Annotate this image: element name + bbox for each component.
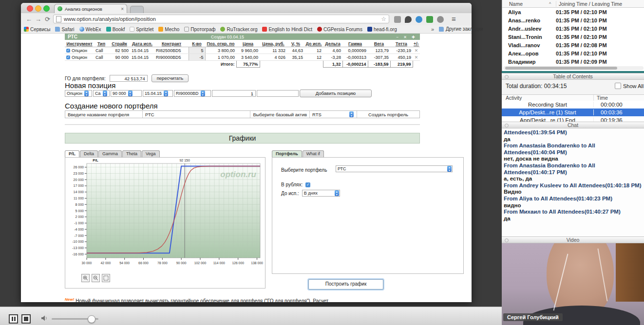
recalculate-button[interactable]: пересчитать bbox=[152, 74, 189, 82]
tab-pl[interactable]: P/L bbox=[65, 150, 79, 157]
zoom-reset-icon[interactable] bbox=[102, 274, 110, 282]
address-bar[interactable]: www.option.ru/analysis/option#position ☆ bbox=[53, 15, 389, 23]
price-input[interactable] bbox=[257, 90, 299, 97]
participant-row[interactable]: Vladi...ranov 01:35 PM / 02:08 PM bbox=[502, 41, 644, 49]
column-header[interactable]: Контракт bbox=[154, 40, 189, 47]
tab-close-icon[interactable]: × bbox=[121, 6, 124, 12]
tab-delta[interactable]: Delta bbox=[80, 150, 98, 157]
participant-row[interactable]: Алек...оров 01:35 PM / 02:10 PM bbox=[502, 49, 644, 57]
toc-row[interactable]: App/Deskt...re (1) Start 00:03:36 bbox=[502, 108, 644, 116]
column-header[interactable]: До исп. bbox=[304, 40, 323, 47]
extension-icon-3[interactable] bbox=[416, 16, 422, 23]
rubles-checkbox[interactable]: ✓ bbox=[305, 182, 310, 187]
column-header[interactable]: Дата исп. bbox=[130, 40, 154, 47]
column-header[interactable]: Поз. откр. по bbox=[205, 40, 236, 47]
new-tab-button[interactable] bbox=[130, 6, 144, 13]
window-close-button[interactable] bbox=[27, 5, 33, 12]
tab-vega[interactable]: Vega bbox=[142, 150, 160, 157]
column-header[interactable]: Страйк bbox=[109, 40, 130, 47]
participant-row[interactable]: Aliya 01:35 PM / 02:10 PM bbox=[502, 8, 644, 16]
pause-button[interactable] bbox=[9, 314, 18, 324]
portfolio-window-controls[interactable]: − ✕ ✚ bbox=[396, 35, 417, 39]
column-header[interactable]: Инструмент bbox=[65, 40, 94, 47]
go-value-input[interactable]: 42 513,74 bbox=[110, 75, 148, 82]
tab-theta[interactable]: Theta bbox=[122, 150, 141, 157]
column-header[interactable]: +/- bbox=[413, 40, 420, 47]
column-header[interactable]: К-во bbox=[189, 40, 205, 47]
participant-row[interactable]: Andr...usleev 01:35 PM / 02:10 PM bbox=[502, 24, 644, 33]
extension-icon-1[interactable] bbox=[394, 16, 401, 23]
bookmarks-overflow-icon[interactable]: » bbox=[431, 26, 434, 32]
bookmark-item[interactable]: CGPersia Forums bbox=[317, 27, 362, 32]
bookmark-item[interactable]: RuTracker.org bbox=[220, 27, 257, 32]
bookmark-item[interactable]: Сервисы bbox=[24, 27, 50, 32]
contract-select[interactable]: RI90000BD▲▼ bbox=[174, 90, 211, 97]
instrument-select[interactable]: Опцион▲▼ bbox=[65, 90, 92, 97]
extension-icon-2[interactable] bbox=[405, 16, 412, 23]
row-checkbox[interactable]: ✓ bbox=[66, 55, 70, 59]
bookmark-item[interactable]: WebEx bbox=[79, 27, 101, 32]
browser-tab[interactable]: Анализ опционов × bbox=[54, 4, 127, 13]
panel-collapse-icon[interactable] bbox=[505, 75, 509, 79]
show-all-checkbox[interactable] bbox=[615, 83, 621, 89]
portfolio-name-input[interactable]: РТС bbox=[143, 111, 250, 118]
column-header[interactable]: Гамма bbox=[342, 40, 368, 47]
column-header[interactable]: V, % bbox=[287, 40, 304, 47]
panel-collapse-icon[interactable] bbox=[505, 238, 509, 242]
menu-icon[interactable]: ≡ bbox=[452, 15, 456, 23]
toc-row[interactable]: App/Deskt...re (1) End 00:19:36 bbox=[502, 116, 644, 122]
extension-icon-5[interactable] bbox=[437, 16, 444, 23]
sort-asc-icon[interactable]: ^ bbox=[549, 1, 556, 6]
participant-row[interactable]: Stani...Tronin 01:35 PM / 02:10 PM bbox=[502, 33, 644, 41]
bookmark-item[interactable]: English to Hindi Dict bbox=[262, 27, 312, 32]
days-select[interactable]: В днях▲▼ bbox=[302, 190, 340, 197]
other-bookmarks-folder[interactable]: Другие закладки bbox=[439, 26, 483, 32]
window-zoom-button[interactable] bbox=[43, 5, 50, 12]
scrollbar-thumb[interactable] bbox=[505, 67, 617, 70]
reload-button[interactable]: ⟳ bbox=[43, 15, 52, 23]
extension-icon-4[interactable] bbox=[426, 16, 433, 23]
speaker-icon[interactable] bbox=[41, 315, 49, 322]
type-select[interactable]: Ca▲▼ bbox=[93, 90, 110, 97]
volume-slider-knob[interactable] bbox=[88, 315, 95, 323]
bookmark-star-icon[interactable]: ☆ bbox=[381, 16, 386, 22]
delete-row-icon[interactable]: ✕ bbox=[413, 47, 420, 54]
bookmark-item[interactable]: Spritzlet bbox=[130, 27, 153, 32]
column-header[interactable]: Цена, руб. bbox=[260, 40, 287, 47]
stop-button[interactable] bbox=[21, 314, 31, 324]
expiry-select[interactable]: 15.04.15▲▼ bbox=[143, 90, 173, 97]
participant-row[interactable]: Владимир 01:35 PM / 02:09 PM bbox=[502, 57, 644, 66]
back-button[interactable]: ← bbox=[25, 15, 33, 23]
add-position-button[interactable]: Добавить позицию bbox=[300, 90, 372, 97]
bookmark-item[interactable]: Mecho bbox=[158, 27, 179, 32]
participants-scrollbar[interactable] bbox=[503, 66, 644, 70]
toc-row[interactable]: Recording Start 00:00:00 bbox=[502, 101, 644, 108]
column-header[interactable]: Цена bbox=[236, 40, 260, 47]
bookmark-item[interactable]: Bookf bbox=[106, 27, 125, 32]
tab-gamma[interactable]: Gamma bbox=[98, 150, 122, 157]
column-header[interactable]: Тетта bbox=[390, 40, 413, 47]
zoom-in-icon[interactable] bbox=[81, 274, 90, 282]
window-minimize-button[interactable] bbox=[35, 5, 41, 12]
participant-row[interactable]: Anas...renko 01:35 PM / 02:10 PM bbox=[502, 16, 644, 24]
forward-button[interactable]: → bbox=[34, 15, 42, 23]
column-header[interactable]: Тип bbox=[94, 40, 109, 47]
base-asset-select[interactable]: RTS▲▼ bbox=[310, 111, 357, 118]
row-checkbox[interactable]: ✓ bbox=[66, 49, 70, 53]
delete-row-icon[interactable]: ✕ bbox=[413, 54, 420, 61]
name-column-header[interactable]: Name bbox=[502, 1, 549, 7]
quantity-input[interactable]: 1 bbox=[212, 90, 256, 97]
zoom-out-icon[interactable] bbox=[92, 274, 100, 282]
create-portfolio-button[interactable]: Создать портфель bbox=[357, 111, 419, 118]
bookmark-item[interactable]: Safari bbox=[55, 27, 74, 32]
bookmark-item[interactable]: head-fi.org bbox=[367, 27, 397, 32]
tab-whatif[interactable]: What if bbox=[303, 150, 324, 157]
bookmark-item[interactable]: Протограф bbox=[184, 27, 215, 32]
strike-select[interactable]: 90 000▲▼ bbox=[111, 90, 142, 97]
tab-portfolio[interactable]: Портфель bbox=[272, 150, 302, 157]
column-header[interactable]: Вега bbox=[368, 40, 390, 47]
panel-collapse-icon[interactable] bbox=[505, 124, 509, 127]
build-chart-button[interactable]: Построить график bbox=[308, 279, 383, 289]
column-header[interactable]: Дельта bbox=[323, 40, 342, 47]
portfolio-select[interactable]: РТС▲▼ bbox=[336, 165, 453, 172]
